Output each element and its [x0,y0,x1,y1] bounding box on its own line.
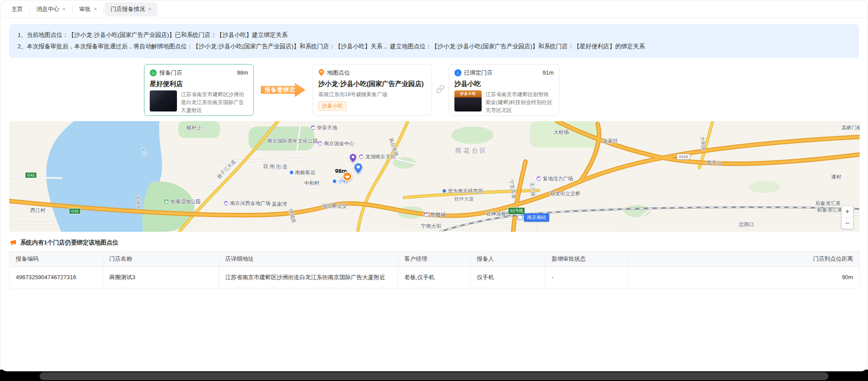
close-icon[interactable]: × [148,6,151,12]
alert-line-1: 1、当前地图点位：【沙小龙·沙县小吃(国家广告产业园店)】已和系统门店：【沙县小… [18,29,850,41]
close-icon[interactable]: × [94,6,97,12]
table-cell: 90m [629,266,860,288]
table-cell: - [545,266,629,288]
column-header: 报备人 [471,251,545,266]
alert-line-2: 2、本次报备审批后，本次报备审批通过后，将自动解绑地图点位：【沙小龙·沙县小吃(… [18,41,850,52]
map-canvas[interactable]: 棋杆上华采天地南京国际青年文化公园南京国金中心双闸街道扬子江大道南粮客运中和村莫… [9,121,860,232]
blue-pin[interactable] [353,162,363,175]
dock-bar [40,372,828,380]
report-store-title: 星好便利店 [150,80,248,88]
location-pin-icon [318,69,324,76]
report-store-photo[interactable] [150,90,177,111]
tab-divider [29,6,30,12]
zoom-in-button[interactable]: + [842,206,853,217]
column-header: 新增审批状态 [545,251,629,266]
map-point-address: 嘉陵江东街18号威顿美食广场 [318,90,426,98]
binding-cards-row: ⌂ 报备门店 98m 星好便利店 江苏省南京市建邺区沙洲街道白龙江东街南京国际广… [144,64,859,116]
map-zoom-control: + − [841,205,854,229]
bound-store-card: ⌂ 已绑定门店 91m 沙县小吃 沙县小吃 江苏省南京市建邺区创智路紫金(建邺)… [449,64,559,116]
report-store-header: 报备门店 [159,69,182,77]
report-store-distance: 98m [237,69,248,76]
map-point-tag: 沙县小吃 [318,101,346,111]
close-icon[interactable]: × [62,6,66,12]
tab-门店报备情况[interactable]: 门店报备情况× [105,2,157,16]
map-point-title: 沙小龙·沙县小吃(国家广告产业园店) [318,80,426,88]
screenshot-stage: 主页消息中心×审批×门店报备情况× 1、当前地图点位：【沙小龙·沙县小吃(国家广… [0,0,868,381]
table-cell: 仅手机 [471,266,545,288]
binding-info-alert: 1、当前地图点位：【沙小龙·沙县小吃(国家广告产业园店)】已和系统门店：【沙县小… [9,24,859,58]
bound-store-address: 江苏省南京市建邺区创智路紫金(建邺)科技创业特别社区先导区北区 [486,90,554,114]
table-header-row: 报备编码门店名称店详细地址客户经理报备人新增审批状态门店到点位距离 [10,251,860,266]
report-table-body: 4967325904746727316商圈测试3江苏省南京市建邺区沙洲街道白龙江… [10,266,860,288]
report-code-cell[interactable]: 4967325904746727316 [10,266,103,288]
table-cell: 江苏省南京市建邺区沙洲街道白龙江东街南京国际广告大厦附近 [219,266,398,288]
bound-store-header: 已绑定门店 [464,69,493,77]
report-table: 报备编码门店名称店详细地址客户经理报备人新增审批状态门店到点位距离 496732… [9,251,860,288]
zoom-out-button[interactable]: − [842,217,853,229]
megaphone-icon [10,239,17,246]
page-content: 1、当前地图点位：【沙小龙·沙县小吃(国家广告产业园店)】已和系统门店：【沙县小… [0,18,868,288]
report-store-card: ⌂ 报备门店 98m 星好便利店 江苏省南京市建邺区沙洲街道白龙江东街南京国际广… [144,64,254,116]
app-window: 主页消息中心×审批×门店报备情况× 1、当前地图点位：【沙小龙·沙县小吃(国家广… [0,0,868,371]
tab-消息中心[interactable]: 消息中心× [31,2,72,16]
tab-label: 门店报备情况 [111,5,145,13]
column-header: 门店名称 [103,251,219,266]
report-table-head: 报备编码门店名称店详细地址客户经理报备人新增审批状态门店到点位距离 [10,251,860,266]
map-point-header: 地图点位 [327,69,350,77]
tab-divider [72,6,73,12]
bound-store-title: 沙县小吃 [454,80,554,88]
column-header: 门店到点位距离 [629,251,860,266]
link-icon [436,85,445,95]
tab-label: 消息中心 [36,5,59,13]
tab-审批[interactable]: 审批× [74,2,103,16]
report-store-address: 江苏省南京市建邺区沙洲街道白龙江东街南京国际广告大厦附近 [181,90,248,114]
storefront-photo-body [454,97,482,111]
purple-pin[interactable] [349,153,357,163]
table-row[interactable]: 4967325904746727316商圈测试3江苏省南京市建邺区沙洲街道白龙江… [10,266,860,288]
pending-bind-notice: 系统内有1个门店仍要绑定该地图点位 [10,239,858,247]
bind-required-arrow: 报备需绑定 [261,83,306,97]
column-header: 客户经理 [398,251,471,266]
map-pins [9,121,860,232]
storefront-sign: 沙县小吃 [454,90,482,97]
bind-arrow-label: 报备需绑定 [265,86,295,93]
tab-divider [104,6,104,12]
tab-label: 审批 [79,5,91,13]
tab-bar: 主页消息中心×审批×门店报备情况× [0,0,868,18]
column-header: 店详细地址 [219,251,398,266]
bound-store-photo[interactable]: 沙县小吃 [454,90,482,111]
table-cell: 商圈测试3 [103,266,219,288]
pending-bind-notice-text: 系统内有1个门店仍要绑定该地图点位 [20,239,119,247]
map-point-card: 地图点位 沙小龙·沙县小吃(国家广告产业园店) 嘉陵江东街18号威顿美食广场 沙… [313,64,432,116]
bound-store-distance: 91m [543,69,554,76]
column-header: 报备编码 [10,251,103,266]
bound-store-icon: ⌂ [454,69,461,76]
tab-主页[interactable]: 主页 [6,2,29,16]
store-icon: ⌂ [150,69,157,76]
table-cell: 老板,仅手机 [398,266,471,288]
store-marker[interactable] [342,172,352,181]
tab-label: 主页 [11,5,23,13]
